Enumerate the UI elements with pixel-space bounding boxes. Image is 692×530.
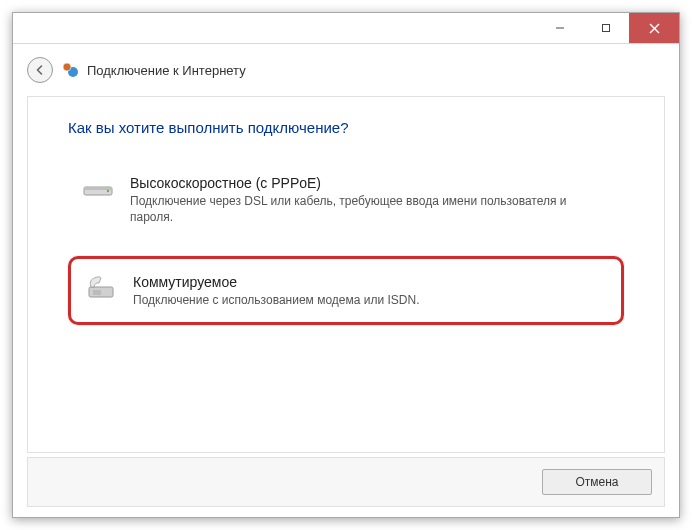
svg-rect-11 (93, 290, 101, 295)
wizard-header: Подключение к Интернету (13, 44, 679, 96)
cancel-button[interactable]: Отмена (542, 469, 652, 495)
cancel-button-label: Отмена (575, 475, 618, 489)
footer: Отмена (27, 457, 665, 507)
back-button[interactable] (27, 57, 53, 83)
modem-icon (82, 174, 116, 204)
option-title: Высокоскоростное (с PPPoE) (130, 174, 606, 192)
page-heading: Как вы хотите выполнить подключение? (68, 119, 624, 136)
wizard-icon (61, 61, 79, 79)
svg-point-9 (107, 190, 109, 192)
maximize-button[interactable] (583, 13, 629, 43)
option-dialup[interactable]: Коммутируемое Подключение с использовани… (68, 256, 624, 325)
minimize-button[interactable] (537, 13, 583, 43)
dialog-window: Подключение к Интернету Как вы хотите вы… (12, 12, 680, 518)
phone-modem-icon (85, 273, 119, 303)
content-area: Как вы хотите выполнить подключение? Выс… (27, 96, 665, 453)
svg-point-5 (68, 67, 78, 77)
option-title: Коммутируемое (133, 273, 603, 291)
close-button[interactable] (629, 13, 679, 43)
wizard-title: Подключение к Интернету (87, 63, 246, 78)
option-broadband-pppoe[interactable]: Высокоскоростное (с PPPoE) Подключение ч… (68, 162, 624, 238)
svg-rect-1 (603, 25, 610, 32)
svg-rect-8 (84, 187, 112, 190)
window-shadow: Подключение к Интернету Как вы хотите вы… (12, 12, 680, 518)
option-description: Подключение через DSL или кабель, требую… (130, 193, 606, 225)
titlebar (13, 13, 679, 44)
option-description: Подключение с использованием модема или … (133, 292, 603, 308)
